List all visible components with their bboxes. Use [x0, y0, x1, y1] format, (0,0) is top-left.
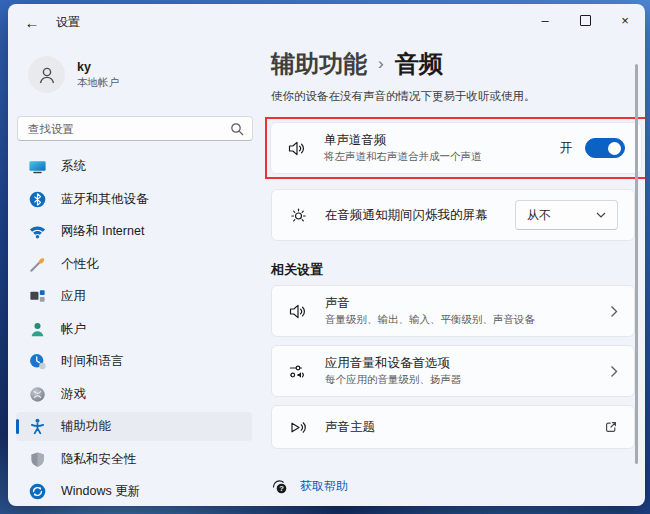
toggle-knob: [608, 142, 621, 155]
app-volume-text: 应用音量和设备首选项 每个应用的音量级别、扬声器: [325, 355, 462, 387]
sidebar-item-label: Windows 更新: [61, 483, 140, 500]
sound-theme-title: 声音主题: [325, 419, 375, 435]
shield-icon: [28, 450, 47, 469]
scrollbar-thumb[interactable]: [635, 64, 638, 464]
search-icon: [230, 122, 244, 136]
sidebar-item-apps[interactable]: 应用: [16, 282, 252, 311]
sidebar-item-network[interactable]: 网络和 Internet: [16, 217, 252, 246]
sidebar-item-windows-update[interactable]: Windows 更新: [16, 477, 252, 506]
flash-screen-text: 在音频通知期间闪烁我的屏幕: [325, 207, 488, 223]
mono-audio-control: 开: [560, 138, 626, 158]
volume-mixer-icon: [288, 361, 309, 382]
breadcrumb-parent[interactable]: 辅助功能: [271, 48, 367, 80]
system-icon: [28, 157, 47, 176]
sidebar-item-label: 应用: [61, 288, 86, 305]
annotation-highlight-box: 单声道音频 将左声道和右声道合并成一个声道 开: [265, 117, 645, 179]
sidebar-item-label: 蓝牙和其他设备: [61, 191, 149, 208]
xbox-icon: [28, 385, 47, 404]
clock-icon: [28, 352, 47, 371]
sidebar-nav: 系统 蓝牙和其他设备 网络和 Internet: [16, 152, 252, 506]
sidebar-item-personalization[interactable]: 个性化: [16, 250, 252, 279]
breadcrumb-separator: ›: [378, 54, 384, 74]
accessibility-icon: [28, 417, 47, 436]
flash-screen-dropdown[interactable]: 从不: [515, 200, 618, 230]
update-icon: [28, 482, 47, 501]
mono-audio-toggle[interactable]: [585, 138, 625, 158]
flash-screen-icon: [288, 205, 309, 226]
app-volume-title: 应用音量和设备首选项: [325, 355, 462, 371]
user-meta: ky 本地帐户: [77, 60, 119, 89]
avatar: [28, 56, 65, 93]
mono-audio-subtitle: 将左声道和右声道合并成一个声道: [324, 150, 482, 164]
chevron-down-icon: [596, 212, 606, 218]
user-account[interactable]: ky 本地帐户: [28, 56, 260, 93]
play-sound-icon: [288, 417, 309, 438]
speaker-icon: [287, 138, 308, 159]
user-name: ky: [77, 60, 119, 76]
user-account-type: 本地帐户: [77, 76, 119, 89]
flash-screen-title: 在音频通知期间闪烁我的屏幕: [325, 207, 488, 223]
window-controls: – ×: [525, 4, 645, 40]
page-description: 使你的设备在没有声音的情况下更易于收听或使用。: [271, 89, 635, 104]
settings-window: ← 设置 – × ky 本地帐户: [8, 4, 645, 506]
desktop-wallpaper: { "titlebar": { "back_glyph": "←", "titl…: [0, 0, 650, 514]
sidebar-item-label: 个性化: [61, 256, 99, 273]
sound-card-subtitle: 音量级别、输出、输入、平衡级别、声音设备: [325, 313, 535, 327]
sidebar-item-label: 网络和 Internet: [61, 223, 144, 240]
dropdown-selected-value: 从不: [527, 207, 596, 224]
sound-card[interactable]: 声音 音量级别、输出、输入、平衡级别、声音设备: [271, 285, 635, 337]
maximize-button[interactable]: [565, 4, 605, 36]
search-input[interactable]: [26, 122, 230, 136]
account-person-icon: [28, 320, 47, 339]
sound-card-text: 声音 音量级别、输出、输入、平衡级别、声音设备: [325, 295, 535, 327]
speaker-icon: [288, 301, 309, 322]
back-button[interactable]: ←: [16, 8, 48, 36]
mono-audio-card: 单声道音频 将左声道和右声道合并成一个声道 开: [270, 122, 642, 174]
app-title: 设置: [56, 14, 80, 31]
related-settings-header: 相关设置: [271, 261, 635, 279]
person-icon: [36, 64, 58, 86]
external-link-icon: [604, 420, 618, 434]
sidebar-item-system[interactable]: 系统: [16, 152, 252, 181]
sidebar-item-gaming[interactable]: 游戏: [16, 380, 252, 409]
sidebar-item-time-language[interactable]: 时间和语言: [16, 347, 252, 376]
sidebar-item-label: 系统: [61, 158, 86, 175]
sound-theme-card[interactable]: 声音主题: [271, 405, 635, 449]
main-content: 辅助功能 › 音频 使你的设备在没有声音的情况下更易于收听或使用。 单声道音频 …: [260, 40, 645, 506]
app-volume-card[interactable]: 应用音量和设备首选项 每个应用的音量级别、扬声器: [271, 345, 635, 397]
sidebar: ky 本地帐户 系统: [8, 40, 260, 506]
sound-theme-text: 声音主题: [325, 419, 375, 435]
get-help-icon: ?: [271, 478, 288, 495]
help-row: ? 获取帮助: [271, 478, 635, 495]
wifi-icon: [28, 222, 47, 241]
svg-text:?: ?: [279, 484, 284, 493]
minimize-button[interactable]: –: [525, 4, 565, 36]
chevron-right-icon: [610, 305, 618, 318]
page-title: 音频: [395, 48, 443, 80]
sidebar-item-label: 辅助功能: [61, 418, 111, 435]
flash-screen-card: 在音频通知期间闪烁我的屏幕 从不: [271, 189, 635, 241]
sidebar-item-label: 帐户: [61, 321, 86, 338]
apps-grid-icon: [28, 287, 47, 306]
close-button[interactable]: ×: [605, 4, 645, 36]
bluetooth-icon: [28, 190, 47, 209]
sidebar-item-label: 游戏: [61, 386, 86, 403]
paintbrush-icon: [28, 255, 47, 274]
toggle-state-label: 开: [560, 140, 573, 157]
sidebar-item-accessibility[interactable]: 辅助功能: [16, 412, 252, 441]
chevron-right-icon: [610, 365, 618, 378]
get-help-link[interactable]: 获取帮助: [300, 478, 348, 495]
sidebar-item-bluetooth[interactable]: 蓝牙和其他设备: [16, 185, 252, 214]
titlebar: ← 设置 – ×: [8, 4, 645, 40]
sidebar-item-label: 隐私和安全性: [61, 451, 136, 468]
breadcrumb: 辅助功能 › 音频: [271, 48, 635, 80]
search-box[interactable]: [17, 116, 253, 141]
sidebar-item-label: 时间和语言: [61, 353, 124, 370]
maximize-icon: [580, 15, 591, 26]
sidebar-item-accounts[interactable]: 帐户: [16, 315, 252, 344]
sound-card-title: 声音: [325, 295, 535, 311]
mono-audio-title: 单声道音频: [324, 132, 482, 148]
app-volume-subtitle: 每个应用的音量级别、扬声器: [325, 373, 462, 387]
mono-audio-text: 单声道音频 将左声道和右声道合并成一个声道: [324, 132, 482, 164]
sidebar-item-privacy[interactable]: 隐私和安全性: [16, 445, 252, 474]
